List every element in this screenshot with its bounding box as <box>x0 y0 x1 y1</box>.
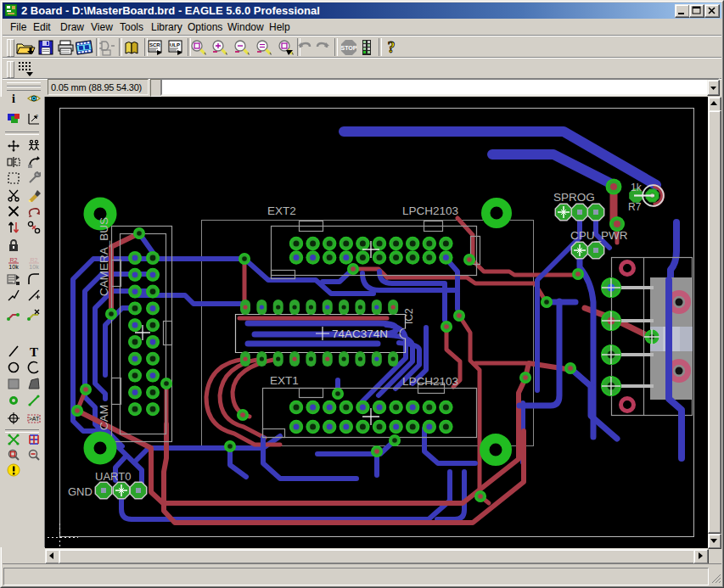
svg-text:i: i <box>12 92 15 105</box>
svg-text:STOP: STOP <box>341 45 357 51</box>
svg-text:74AC374N: 74AC374N <box>332 328 388 340</box>
svg-text:GND: GND <box>68 485 93 498</box>
svg-text:EXT2: EXT2 <box>267 204 296 217</box>
svg-text:R2: R2 <box>10 257 18 263</box>
svg-text:10k: 10k <box>29 264 39 270</box>
svg-text:R7: R7 <box>628 201 642 213</box>
svg-text:R2: R2 <box>31 257 38 263</box>
svg-text:LPCH2103: LPCH2103 <box>402 375 458 388</box>
svg-text:ULP: ULP <box>170 42 180 48</box>
svg-text:SCR: SCR <box>149 42 160 48</box>
svg-text:10k: 10k <box>8 264 19 270</box>
svg-text:o: o <box>36 113 38 118</box>
svg-text:SPROG: SPROG <box>553 191 595 204</box>
svg-text:1k: 1k <box>631 182 643 193</box>
svg-text:IC2: IC2 <box>403 308 415 324</box>
svg-text:CAM: CAM <box>98 405 110 430</box>
svg-text:>AT: >AT <box>29 416 40 422</box>
svg-text:CAMERA_BUS: CAMERA_BUS <box>98 217 110 296</box>
svg-text:LPCH2103: LPCH2103 <box>402 204 458 217</box>
svg-text:UART0: UART0 <box>95 470 131 483</box>
svg-text:EXT1: EXT1 <box>270 374 299 387</box>
svg-text:T: T <box>30 345 38 358</box>
svg-text:?: ? <box>388 39 396 56</box>
svg-text:CPU_PWR: CPU_PWR <box>570 229 628 242</box>
